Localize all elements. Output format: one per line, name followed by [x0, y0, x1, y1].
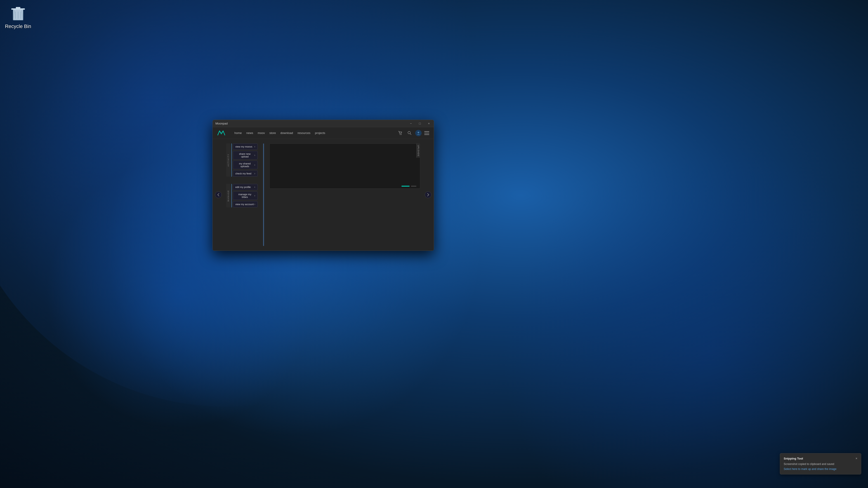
nav-actions — [397, 130, 429, 136]
share-new-upload-button[interactable]: share new upload › — [233, 151, 258, 160]
menu-line-1 — [424, 131, 429, 132]
snipping-tool-body: Screenshot copied to clipboard and saved… — [784, 462, 857, 471]
menu-line-3 — [424, 134, 429, 135]
edit-my-profile-label: edit my profile — [235, 186, 251, 188]
preview-panel: uploads — [270, 143, 420, 189]
desktop-background — [0, 0, 868, 488]
close-button[interactable]: × — [427, 121, 431, 126]
scroll-dot-1 — [401, 186, 410, 187]
user-avatar[interactable] — [415, 130, 422, 136]
nav-bar: home news moov store download resources … — [213, 127, 434, 139]
snipping-close-button[interactable]: × — [856, 457, 857, 460]
window-title: Moonpad — [215, 122, 409, 125]
next-arrow-button[interactable] — [425, 191, 432, 198]
preview-panel-inner — [270, 144, 420, 188]
recycle-bin-graphic — [9, 4, 27, 23]
nav-link-download[interactable]: download — [281, 131, 293, 135]
prev-arrow-button[interactable] — [215, 191, 222, 198]
manage-my-tribes-label: manage my tribes — [235, 193, 254, 198]
chevron-icon: › — [254, 172, 255, 175]
chevron-icon: › — [254, 145, 255, 148]
activity-label: activity — [226, 143, 230, 177]
check-my-feed-label: check my feed — [235, 172, 251, 175]
manage-section: manage edit my profile › manage my tribe… — [226, 184, 258, 207]
view-my-account-button[interactable]: view my account › — [233, 201, 258, 207]
svg-point-10 — [418, 132, 419, 133]
scroll-indicator — [401, 186, 416, 187]
panel-divider — [263, 143, 264, 246]
nav-logo[interactable] — [217, 130, 225, 136]
menu-sections-column: activity view my moovs › share new uploa… — [226, 143, 258, 207]
chevron-icon: › — [254, 163, 255, 166]
manage-label: manage — [226, 184, 230, 207]
manage-items: edit my profile › manage my tribes › vie… — [233, 184, 258, 207]
menu-line-2 — [424, 133, 429, 133]
activity-accent-bar — [231, 143, 232, 177]
manage-accent-bar — [231, 184, 232, 207]
nav-links: home news moov store download resources … — [235, 131, 391, 135]
window-controls: − □ × — [409, 121, 431, 126]
menu-panel: activity view my moovs › share new uploa… — [226, 143, 258, 207]
chevron-icon: › — [254, 154, 255, 157]
wave-decoration-4 — [484, 127, 868, 488]
hamburger-menu-button[interactable] — [424, 131, 429, 135]
nav-link-resources[interactable]: resources — [298, 131, 310, 135]
snipping-tool-title: Snipping Tool — [784, 457, 803, 460]
view-my-moovs-button[interactable]: view my moovs › — [233, 143, 258, 150]
chevron-icon: › — [254, 186, 255, 189]
uploads-side-tab: uploads — [416, 144, 420, 158]
cart-icon[interactable] — [397, 130, 403, 136]
scroll-dot-2 — [411, 186, 416, 187]
main-area: activity view my moovs › share new uploa… — [213, 139, 434, 251]
chevron-icon: › — [254, 203, 255, 206]
snipping-line-1: Screenshot copied to clipboard and saved — [784, 462, 857, 466]
app-window: Moonpad − □ × home news moov store downl… — [213, 120, 434, 251]
edit-my-profile-button[interactable]: edit my profile › — [233, 184, 258, 190]
check-my-feed-button[interactable]: check my feed › — [233, 170, 258, 177]
my-shared-uploads-label: my shared uploads — [235, 162, 254, 168]
minimize-button[interactable]: − — [409, 121, 413, 126]
view-my-account-label: view my account — [235, 203, 254, 205]
search-icon[interactable] — [406, 130, 412, 136]
activity-items: view my moovs › share new upload › my sh… — [233, 143, 258, 177]
title-bar: Moonpad − □ × — [213, 120, 434, 127]
share-new-upload-label: share new upload — [235, 153, 254, 158]
recycle-bin-label: Recycle Bin — [5, 24, 31, 29]
nav-link-news[interactable]: news — [246, 131, 253, 135]
my-shared-uploads-button[interactable]: my shared uploads › — [233, 161, 258, 169]
nav-link-store[interactable]: store — [270, 131, 276, 135]
view-my-moovs-label: view my moovs — [235, 145, 252, 148]
chevron-icon: › — [254, 194, 255, 197]
svg-rect-2 — [16, 7, 20, 9]
snipping-tool-header: Snipping Tool × — [784, 457, 857, 460]
nav-link-moov[interactable]: moov — [258, 131, 265, 135]
snipping-line-2[interactable]: Select here to mark up and share the ima… — [784, 467, 857, 471]
manage-my-tribes-button[interactable]: manage my tribes › — [233, 191, 258, 200]
recycle-bin-icon[interactable]: Recycle Bin — [4, 4, 32, 29]
app-content: home news moov store download resources … — [213, 127, 434, 251]
svg-point-7 — [401, 134, 402, 135]
nav-link-home[interactable]: home — [235, 131, 242, 135]
activity-section: activity view my moovs › share new uploa… — [226, 143, 258, 177]
panels-container: activity view my moovs › share new uploa… — [213, 139, 434, 251]
svg-line-9 — [410, 133, 411, 135]
maximize-button[interactable]: □ — [418, 121, 422, 126]
svg-point-6 — [400, 134, 401, 135]
nav-link-projects[interactable]: projects — [315, 131, 325, 135]
snipping-tool-notification: Snipping Tool × Screenshot copied to cli… — [780, 453, 861, 475]
